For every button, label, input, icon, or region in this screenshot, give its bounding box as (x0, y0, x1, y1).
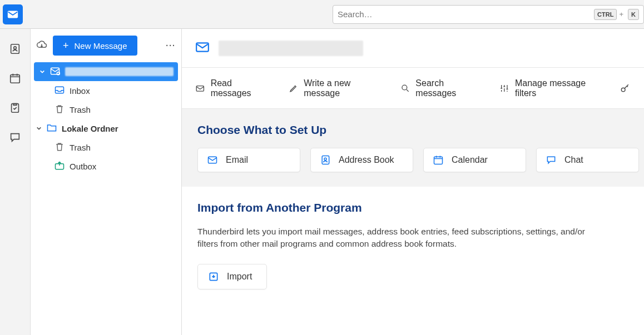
address-book-icon (320, 154, 331, 166)
import-icon (208, 271, 219, 282)
tasks-icon (9, 102, 21, 114)
local-trash[interactable]: Trash (31, 138, 181, 157)
inbox-icon (54, 84, 65, 97)
account-email-redacted (219, 41, 363, 56)
search-messages-action[interactable]: Search messages (400, 78, 479, 98)
chat-icon (546, 154, 557, 166)
folder-label: Lokale Ordner (62, 124, 118, 133)
action-label: Search messages (415, 78, 478, 98)
read-messages-action[interactable]: Read messages (195, 78, 267, 98)
sliders-icon (499, 83, 509, 94)
import-button-label: Import (227, 272, 252, 282)
account-header (182, 29, 644, 68)
trash-icon (54, 141, 65, 154)
fetch-messages-icon[interactable] (36, 39, 47, 52)
plus-icon: + (63, 41, 69, 51)
chat-icon (9, 131, 21, 143)
folder-pane: + New Message ··· Inbox (31, 29, 182, 335)
svg-point-11 (402, 85, 407, 90)
folder-icon (46, 122, 57, 135)
rail-chat[interactable] (9, 131, 21, 145)
chevron-down-icon (39, 69, 45, 74)
svg-point-15 (324, 158, 326, 160)
rail-calendar[interactable] (9, 72, 21, 86)
svg-point-6 (57, 72, 60, 74)
setup-chat-card[interactable]: Chat (536, 148, 639, 172)
import-button[interactable]: Import (197, 264, 267, 289)
local-outbox[interactable]: Outbox (31, 157, 181, 176)
svg-rect-10 (196, 86, 204, 91)
pencil-icon (289, 83, 299, 94)
card-label: Email (226, 155, 248, 165)
import-description: Thunderbird lets you import mail message… (197, 226, 598, 251)
card-label: Calendar (452, 155, 488, 165)
account-name-redacted (65, 67, 174, 76)
folder-inbox[interactable]: Inbox (31, 81, 181, 100)
account-mail-icon (49, 66, 61, 78)
card-label: Address Book (339, 155, 394, 165)
mail-icon (207, 154, 218, 166)
mail-tab[interactable] (3, 4, 23, 24)
content-pane: Read messages Write a new message Search… (182, 29, 644, 335)
svg-rect-16 (434, 157, 443, 164)
folder-label: Inbox (70, 86, 90, 96)
global-search[interactable]: CTRL + K (333, 5, 644, 24)
mail-open-icon (195, 83, 205, 94)
search-kbd-k: K (628, 9, 639, 20)
chevron-down-icon (36, 126, 42, 131)
new-message-label: New Message (75, 41, 127, 51)
key-icon (620, 83, 631, 94)
app-rail (0, 29, 31, 335)
setup-heading: Choose What to Set Up (197, 123, 628, 137)
account-row[interactable] (34, 62, 178, 81)
svg-rect-3 (11, 75, 20, 83)
import-heading: Import from Another Program (197, 201, 628, 214)
write-message-action[interactable]: Write a new message (289, 78, 379, 98)
action-label: Manage message filters (515, 78, 598, 98)
search-icon (400, 83, 410, 94)
action-label: Read messages (211, 78, 267, 98)
search-input[interactable] (338, 9, 592, 19)
folder-label: Outbox (70, 162, 96, 171)
svg-point-12 (621, 88, 625, 92)
address-book-icon (9, 43, 21, 55)
mail-icon (7, 8, 19, 21)
card-label: Chat (564, 155, 583, 165)
calendar-icon (9, 72, 21, 84)
folder-trash[interactable]: Trash (31, 100, 181, 119)
manage-filters-action[interactable]: Manage message filters (499, 78, 598, 98)
new-message-button[interactable]: + New Message (53, 36, 137, 56)
setup-calendar-card[interactable]: Calendar (423, 148, 526, 172)
outbox-icon (54, 160, 65, 173)
calendar-icon (433, 154, 444, 166)
svg-point-2 (14, 47, 17, 49)
import-panel: Import from Another Program Thunderbird … (182, 187, 644, 304)
folder-pane-more[interactable]: ··· (166, 41, 176, 50)
trash-icon (54, 103, 65, 116)
svg-rect-7 (56, 87, 64, 93)
mail-icon (195, 40, 210, 56)
search-kbd-ctrl: CTRL (594, 9, 617, 20)
action-label: Write a new message (304, 78, 379, 98)
setup-address-book-card[interactable]: Address Book (310, 148, 413, 172)
folder-label: Trash (70, 143, 91, 152)
search-kbd-sep: + (619, 10, 623, 18)
setup-email-card[interactable]: Email (197, 148, 300, 172)
local-folders-row[interactable]: Lokale Ordner (31, 119, 181, 138)
quick-actions: Read messages Write a new message Search… (182, 68, 644, 109)
setup-panel: Choose What to Set Up Email Address Book… (182, 109, 644, 187)
e2e-encryption-action[interactable] (620, 83, 631, 94)
folder-label: Trash (70, 105, 91, 114)
rail-address-book[interactable] (9, 43, 21, 57)
rail-tasks[interactable] (9, 102, 21, 116)
